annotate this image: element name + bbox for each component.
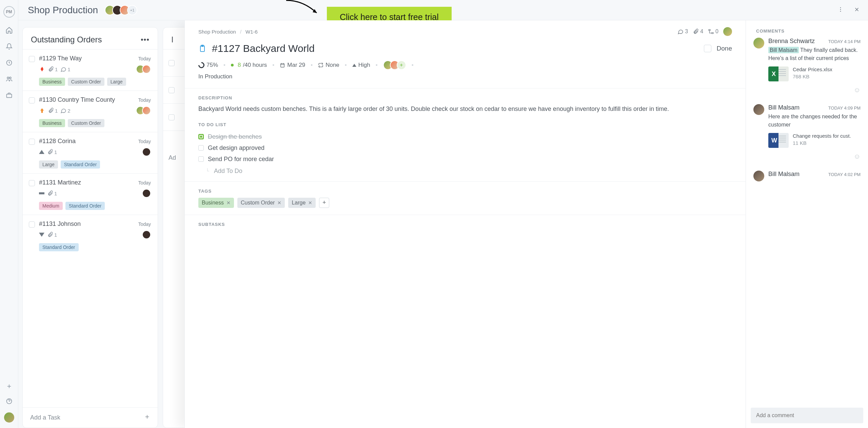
add-assignee-button[interactable]: + — [397, 60, 406, 70]
clock-icon[interactable] — [5, 59, 13, 66]
file-icon — [768, 66, 789, 81]
react-icon[interactable]: ☺ — [768, 153, 861, 160]
add-tag-button[interactable]: + — [319, 198, 329, 208]
tag[interactable]: Standard Order — [65, 202, 105, 210]
crumb-item[interactable]: W1-6 — [245, 29, 258, 35]
card-title: #1131 Johnson — [39, 220, 81, 228]
card-date: Today — [138, 56, 151, 61]
tag[interactable]: Large — [39, 160, 58, 169]
recurrence[interactable]: None — [318, 62, 339, 69]
task-checkbox[interactable] — [29, 180, 35, 186]
tag[interactable]: Custom Order ✕ — [237, 198, 285, 208]
help-icon[interactable] — [5, 397, 13, 405]
tag[interactable]: Large ✕ — [288, 198, 316, 208]
priority-icon — [39, 150, 44, 154]
team-icon[interactable] — [5, 75, 13, 83]
file-name: Change requests for cust. — [793, 133, 851, 139]
task-checkbox[interactable] — [169, 114, 175, 120]
tag[interactable]: Custom Order — [68, 119, 104, 127]
task-description[interactable]: Backyard World needs custom benches. Thi… — [198, 104, 732, 114]
due-date[interactable]: Mar 29 — [280, 62, 305, 69]
task-checkbox[interactable] — [29, 139, 35, 145]
svg-point-5 — [840, 7, 841, 8]
todo-item[interactable]: Get design approved — [198, 142, 732, 154]
svg-point-1 — [7, 77, 9, 79]
tag[interactable]: Large — [107, 78, 126, 86]
subtask-count[interactable]: 0 — [708, 28, 718, 35]
crumb-sep: / — [240, 29, 241, 35]
svg-rect-13 — [281, 63, 284, 67]
attachment[interactable]: Change requests for cust.11 KB — [768, 133, 861, 148]
task-card[interactable]: #1131 JohnsonToday 1 Standard Order — [23, 215, 158, 256]
task-checkbox[interactable] — [169, 87, 175, 93]
todo-checkbox[interactable] — [198, 134, 204, 139]
task-card[interactable]: #1131 MartinezToday 1 MediumStandard Ord… — [23, 173, 158, 215]
progress[interactable]: 75% — [198, 62, 218, 69]
mention[interactable]: Bill Malsam — [768, 47, 799, 53]
task-title[interactable]: #1127 Backyard World — [212, 43, 698, 54]
comment-input-wrap — [751, 408, 863, 423]
task-checkbox[interactable] — [29, 221, 35, 228]
react-icon[interactable]: ☺ — [768, 86, 861, 94]
comment-avatar[interactable] — [753, 104, 764, 115]
comment-author[interactable]: Brenna Schwartz — [768, 38, 815, 45]
briefcase-icon[interactable] — [5, 92, 13, 99]
todo-item[interactable]: Design the benches — [198, 131, 732, 142]
attachment[interactable]: Cedar Prices.xlsx768 KB — [768, 66, 861, 81]
task-owner-avatar[interactable] — [723, 27, 732, 36]
add-todo[interactable]: └Add To Do — [198, 165, 732, 175]
more-menu-icon[interactable] — [837, 6, 844, 14]
tag[interactable]: Business — [39, 119, 65, 127]
done-checkbox[interactable] — [704, 45, 711, 52]
attachment-icon: 1 — [47, 232, 57, 238]
tag[interactable]: Custom Order — [68, 78, 104, 86]
task-checkbox[interactable] — [29, 56, 35, 62]
hours[interactable]: 8/40 hours — [231, 62, 267, 69]
task-checkbox[interactable] — [29, 97, 35, 103]
comment: Brenna SchwartzTODAY 4:14 PM Bill Malsam… — [753, 38, 861, 94]
home-icon[interactable] — [5, 26, 13, 34]
bell-icon[interactable] — [5, 43, 13, 50]
plus-icon[interactable] — [5, 383, 13, 390]
card-avatars — [145, 230, 151, 239]
assignees[interactable]: + — [383, 60, 406, 70]
task-card[interactable]: #1128 CorinaToday 1 LargeStandard Order — [23, 132, 158, 173]
close-icon[interactable] — [854, 6, 860, 14]
app-logo[interactable]: PM — [3, 6, 15, 18]
tag[interactable]: Business — [39, 78, 65, 86]
comment-avatar[interactable] — [753, 171, 764, 181]
comment-time: TODAY 4:09 PM — [828, 105, 861, 111]
comment-author[interactable]: Bill Malsam — [768, 171, 800, 178]
remove-tag-icon[interactable]: ✕ — [308, 200, 312, 206]
tag[interactable]: Medium — [39, 202, 63, 210]
remove-tag-icon[interactable]: ✕ — [226, 200, 231, 206]
comment-count-icon: 1 — [60, 66, 70, 72]
comment-avatar[interactable] — [753, 38, 764, 48]
tag[interactable]: Business ✕ — [198, 198, 234, 208]
column-menu-icon[interactable]: ••• — [141, 35, 150, 44]
tag[interactable]: Standard Order — [39, 243, 79, 251]
tag[interactable]: Standard Order — [61, 160, 100, 169]
comment-author[interactable]: Bill Malsam — [768, 104, 800, 111]
svg-rect-8 — [39, 192, 44, 194]
priority[interactable]: High — [352, 62, 370, 69]
add-task-row[interactable]: Add a Task — [23, 407, 158, 428]
current-user-avatar[interactable] — [4, 412, 14, 423]
task-card[interactable]: #1130 Country Time CountyToday 1 2 Busin… — [23, 91, 158, 132]
card-avatars — [136, 106, 151, 115]
comment-count[interactable]: 3 — [677, 28, 688, 35]
todo-checkbox[interactable] — [198, 156, 204, 162]
file-size: 768 KB — [793, 74, 832, 79]
comment-input[interactable] — [751, 408, 863, 423]
todo-checkbox[interactable] — [198, 145, 204, 151]
add-task-partial[interactable]: Ad — [169, 154, 176, 161]
task-checkbox[interactable] — [169, 60, 175, 66]
task-card[interactable]: #1129 The WayToday 1 1 BusinessCustom Or… — [23, 49, 158, 91]
attachment-count[interactable]: 4 — [693, 28, 703, 35]
project-members[interactable]: +1 — [105, 5, 137, 15]
crumb-project[interactable]: Shop Production — [198, 29, 236, 35]
remove-tag-icon[interactable]: ✕ — [277, 200, 281, 206]
todo-item[interactable]: Send PO for more cedar — [198, 154, 732, 165]
svg-point-7 — [840, 11, 841, 12]
card-title: #1128 Corina — [39, 138, 76, 145]
